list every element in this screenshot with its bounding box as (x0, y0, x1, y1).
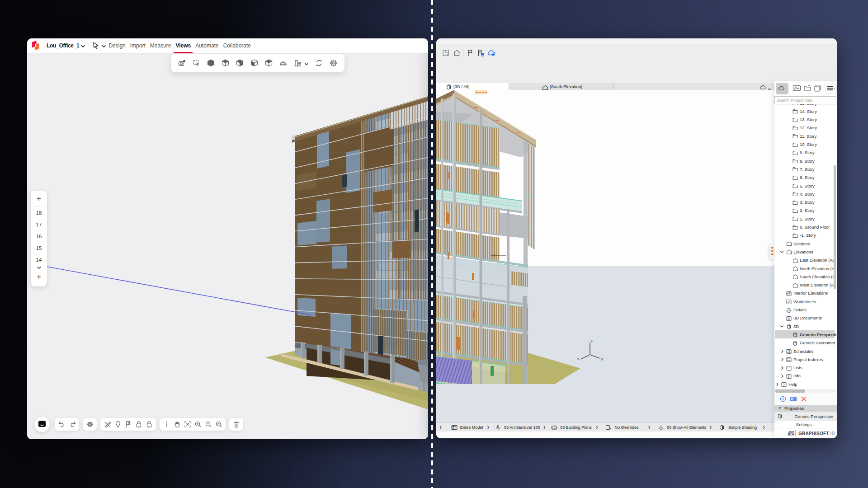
svg-text:y: y (601, 357, 603, 361)
svg-text:z: z (591, 338, 593, 343)
svg-text:x: x (577, 357, 579, 361)
svg-text:?: ? (783, 383, 785, 387)
